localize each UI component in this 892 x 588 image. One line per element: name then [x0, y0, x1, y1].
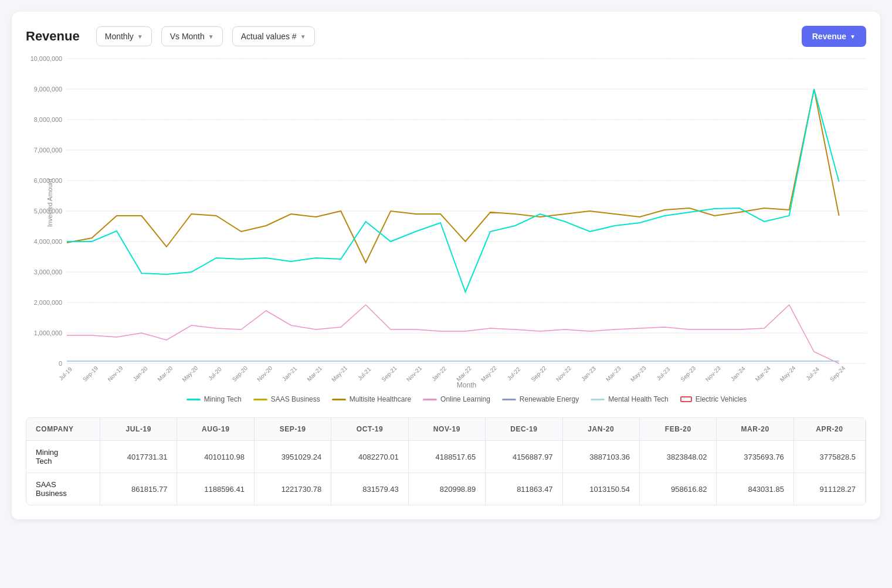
col-header-sep19: SEP-19	[254, 418, 331, 441]
legend-label-mental-health-tech: Mental Health Tech	[608, 395, 669, 403]
svg-text:Jan-20: Jan-20	[131, 365, 148, 382]
vs-month-dropdown[interactable]: Vs Month ▼	[161, 26, 223, 46]
cell-value: 1221730.78	[254, 473, 331, 505]
svg-text:Nov-22: Nov-22	[555, 365, 573, 383]
svg-text:1,000,000: 1,000,000	[34, 329, 62, 337]
svg-text:8,000,000: 8,000,000	[34, 116, 62, 123]
svg-text:2,000,000: 2,000,000	[34, 299, 62, 306]
svg-text:Mar-23: Mar-23	[605, 365, 622, 383]
svg-text:Sep-21: Sep-21	[381, 365, 399, 383]
svg-text:Nov-19: Nov-19	[106, 365, 124, 383]
svg-text:Mar-21: Mar-21	[306, 365, 323, 383]
svg-text:Mar-22: Mar-22	[455, 365, 473, 383]
cell-value: 861815.77	[100, 473, 177, 505]
legend-color-multisite-healthcare	[332, 399, 346, 400]
legend-item-electric-vehicles: Electric Vehicles	[680, 395, 747, 403]
revenue-btn-label: Revenue	[812, 32, 846, 41]
actual-values-label: Actual values #	[241, 32, 297, 41]
col-header-aug19: AUG-19	[177, 418, 254, 441]
legend-item-renewable-energy: Renewable Energy	[502, 395, 579, 403]
svg-text:Nov-23: Nov-23	[704, 365, 723, 383]
cell-value: 4082270.01	[331, 441, 408, 473]
cell-value: 811863.47	[486, 473, 562, 505]
legend-item-mining-tech: Mining Tech	[186, 395, 242, 403]
svg-text:Jan-24: Jan-24	[730, 365, 747, 382]
svg-text:Sep-23: Sep-23	[679, 365, 697, 383]
cell-value: 958616.82	[640, 473, 717, 505]
legend-label-multisite-healthcare: Multisite Healthcare	[350, 395, 411, 403]
svg-text:3,000,000: 3,000,000	[34, 268, 62, 276]
svg-text:10,000,000: 10,000,000	[30, 55, 62, 62]
col-header-company: COMPANY	[26, 418, 100, 441]
data-table: COMPANY JUL-19 AUG-19 SEP-19 OCT-19 NOV-…	[26, 417, 866, 505]
chart-wrapper: Invested Amount 10,000,000 9,000,0	[26, 59, 866, 403]
cell-value: 3775828.5	[793, 441, 865, 473]
cell-company: MiningTech	[26, 441, 100, 473]
svg-text:7,000,000: 7,000,000	[34, 147, 62, 154]
legend-label-electric-vehicles: Electric Vehicles	[696, 395, 747, 403]
cell-value: 4017731.31	[100, 441, 177, 473]
cell-value: 911128.27	[793, 473, 865, 505]
svg-text:Sep-22: Sep-22	[530, 365, 548, 383]
svg-text:Jul-22: Jul-22	[506, 366, 522, 382]
cell-value: 3887103.36	[562, 441, 639, 473]
page-title: Revenue	[26, 29, 80, 44]
svg-text:Jul-23: Jul-23	[655, 366, 671, 382]
col-header-feb20: FEB-20	[640, 418, 717, 441]
svg-text:Jul-19: Jul-19	[57, 366, 73, 382]
cell-company: SAASBusiness	[26, 473, 100, 505]
vs-month-label: Vs Month	[170, 32, 205, 41]
cell-value: 3951029.24	[254, 441, 331, 473]
svg-text:Nov-21: Nov-21	[405, 365, 423, 383]
revenue-chevron-icon: ▼	[850, 33, 856, 40]
svg-text:0: 0	[59, 360, 62, 367]
svg-text:Nov-20: Nov-20	[256, 365, 274, 383]
x-axis-label: Month	[67, 381, 866, 389]
legend-item-mental-health-tech: Mental Health Tech	[591, 395, 669, 403]
vs-month-chevron-icon: ▼	[208, 33, 214, 40]
col-header-mar20: MAR-20	[717, 418, 793, 441]
svg-text:Jan-21: Jan-21	[281, 365, 298, 382]
svg-text:Jul-24: Jul-24	[805, 366, 820, 382]
col-header-oct19: OCT-19	[331, 418, 408, 441]
svg-text:May-24: May-24	[779, 364, 797, 383]
col-header-dec19: DEC-19	[486, 418, 562, 441]
legend-color-mental-health-tech	[591, 399, 605, 400]
svg-text:Sep-20: Sep-20	[231, 365, 249, 383]
svg-text:May-21: May-21	[330, 364, 348, 383]
svg-text:Jul-20: Jul-20	[207, 366, 223, 382]
cell-value: 843031.85	[717, 473, 793, 505]
chart-svg: 10,000,000 9,000,000 8,000,000 7,000,000…	[67, 59, 866, 363]
col-header-jul19: JUL-19	[100, 418, 177, 441]
legend-item-multisite-healthcare: Multisite Healthcare	[332, 395, 411, 403]
legend-color-saas-business	[253, 399, 267, 400]
legend-color-mining-tech	[186, 399, 201, 400]
svg-text:May-20: May-20	[181, 364, 199, 383]
legend-box-electric-vehicles	[680, 396, 692, 402]
legend-item-saas-business: SAAS Business	[253, 395, 320, 403]
svg-text:May-23: May-23	[629, 364, 647, 383]
legend-label-online-learning: Online Learning	[440, 395, 490, 403]
actual-values-chevron-icon: ▼	[300, 33, 306, 40]
legend-color-online-learning	[423, 399, 437, 400]
table-header-row: COMPANY JUL-19 AUG-19 SEP-19 OCT-19 NOV-…	[26, 418, 866, 441]
actual-values-dropdown[interactable]: Actual values # ▼	[232, 26, 315, 46]
cell-value: 3735693.76	[717, 441, 793, 473]
legend-label-mining-tech: Mining Tech	[204, 395, 242, 403]
y-axis-label: Invested Amount	[46, 179, 53, 227]
svg-text:Jul-21: Jul-21	[357, 366, 372, 382]
svg-text:4,000,000: 4,000,000	[34, 238, 62, 245]
svg-text:Sep-24: Sep-24	[829, 365, 847, 383]
svg-text:Jan-23: Jan-23	[580, 365, 597, 382]
col-header-apr20: APR-20	[793, 418, 865, 441]
legend-color-renewable-energy	[502, 399, 516, 400]
revenue-button[interactable]: Revenue ▼	[802, 26, 866, 47]
col-header-nov19: NOV-19	[408, 418, 485, 441]
monthly-dropdown[interactable]: Monthly ▼	[96, 26, 152, 46]
table-row: SAASBusiness 861815.77 1188596.41 122173…	[26, 473, 866, 505]
cell-value: 1013150.54	[562, 473, 639, 505]
svg-text:Mar-20: Mar-20	[157, 365, 174, 383]
cell-value: 1188596.41	[177, 473, 254, 505]
chart-legend: Mining Tech SAAS Business Multisite Heal…	[67, 395, 866, 403]
svg-text:Mar-24: Mar-24	[754, 365, 772, 383]
